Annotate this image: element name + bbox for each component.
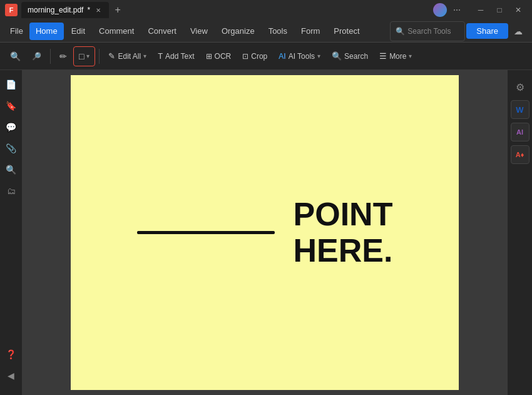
add-text-button[interactable]: T Add Text — [153, 46, 199, 66]
left-sidebar: 📄 🔖 💬 📎 🔍 🗂 ❓ ◀ — [0, 70, 23, 395]
zoom-out-button[interactable]: 🔎 — [27, 46, 46, 66]
menu-view[interactable]: View — [184, 23, 214, 40]
sidebar-collapse-icon[interactable]: ◀ — [2, 366, 21, 385]
shape-icon: □ — [79, 51, 84, 61]
separator-2 — [99, 49, 100, 64]
ai-tools-button[interactable]: AI AI Tools ▾ — [274, 46, 325, 66]
edit-all-button[interactable]: ✎ Edit All ▾ — [103, 46, 151, 66]
ai-tools-dropdown-icon: ▾ — [317, 53, 320, 59]
tab-close-button[interactable]: ✕ — [94, 6, 103, 14]
sidebar-layers-icon[interactable]: 🗂 — [2, 182, 21, 200]
titlebar-right: ⋯ ─ □ ✕ — [433, 3, 527, 17]
edit-all-dropdown-icon: ▾ — [143, 53, 146, 59]
document-text: POINT HERE. — [294, 197, 393, 268]
sidebar-comments-icon[interactable]: 💬 — [2, 118, 21, 136]
shape-dropdown-icon: ▾ — [86, 53, 90, 59]
document-area: POINT HERE. — [23, 70, 507, 395]
main-layout: 📄 🔖 💬 📎 🔍 🗂 ❓ ◀ POINT HERE. ⚙ W — [0, 70, 532, 395]
document-content: POINT HERE. — [110, 197, 420, 268]
zoom-in-button[interactable]: 🔍 — [5, 46, 26, 66]
separator-1 — [50, 49, 51, 64]
document-line — [137, 231, 275, 234]
highlight-icon: ✏ — [59, 51, 67, 61]
menubar: File Home Edit Comment Convert View Orga… — [0, 20, 532, 43]
app-logo: F — [5, 4, 18, 16]
crop-icon: ⊡ — [242, 52, 248, 61]
sidebar-bookmarks-icon[interactable]: 🔖 — [2, 96, 21, 115]
menu-protect[interactable]: Protect — [327, 23, 366, 40]
tab-area: morning_edit.pdf* ✕ + — [21, 2, 429, 18]
add-text-icon: T — [158, 51, 163, 61]
window-controls: ─ □ ✕ — [472, 3, 527, 17]
menu-form[interactable]: Form — [295, 23, 326, 40]
zoom-in-icon: 🔍 — [10, 51, 21, 61]
ai-icon: AI — [279, 52, 285, 61]
search-button[interactable]: 🔍 Search — [327, 46, 373, 66]
new-tab-button[interactable]: + — [110, 3, 125, 18]
more-options-button[interactable]: ⋯ — [452, 5, 462, 15]
shape-button[interactable]: □ ▾ — [73, 46, 95, 66]
right-acrobat-icon[interactable]: A♦ — [511, 145, 529, 164]
ocr-icon: ⊞ — [206, 52, 212, 61]
share-button[interactable]: Share — [466, 23, 508, 39]
active-tab[interactable]: morning_edit.pdf* ✕ — [21, 2, 109, 18]
close-window-button[interactable]: ✕ — [509, 3, 527, 17]
titlebar: F morning_edit.pdf* ✕ + ⋯ ─ □ ✕ — [0, 0, 532, 20]
menu-organize[interactable]: Organize — [215, 23, 261, 40]
right-ai-icon[interactable]: AI — [511, 123, 529, 141]
menu-convert[interactable]: Convert — [141, 23, 183, 40]
ocr-button[interactable]: ⊞ OCR — [201, 46, 237, 66]
document-page: POINT HERE. — [71, 75, 459, 390]
more-dropdown-icon: ▾ — [409, 53, 412, 59]
crop-button[interactable]: ⊡ Crop — [237, 46, 272, 66]
maximize-button[interactable]: □ — [491, 3, 508, 17]
menu-edit[interactable]: Edit — [65, 23, 91, 40]
minimize-button[interactable]: ─ — [472, 3, 489, 17]
user-avatar[interactable] — [433, 3, 447, 17]
menu-home[interactable]: Home — [29, 23, 64, 40]
right-settings-icon[interactable]: ⚙ — [511, 78, 529, 96]
more-button[interactable]: ☰ More ▾ — [374, 46, 417, 66]
menu-comment[interactable]: Comment — [93, 23, 140, 40]
more-icon: ☰ — [379, 51, 387, 61]
tab-filename: morning_edit.pdf — [28, 6, 83, 14]
right-word-icon[interactable]: W — [511, 100, 529, 119]
menu-file[interactable]: File — [5, 24, 28, 38]
sidebar-help-icon[interactable]: ❓ — [2, 345, 21, 364]
sidebar-pages-icon[interactable]: 📄 — [2, 75, 21, 94]
highlight-button[interactable]: ✏ — [54, 46, 72, 66]
sidebar-search-icon[interactable]: 🔍 — [2, 160, 21, 179]
right-sidebar: ⚙ W AI A♦ — [507, 70, 532, 395]
search-icon: 🔍 — [332, 51, 342, 61]
menu-tools[interactable]: Tools — [262, 23, 294, 40]
zoom-out-icon: 🔎 — [32, 52, 41, 61]
toolbar: 🔍 🔎 ✏ □ ▾ ✎ Edit All ▾ T Add Text ⊞ OCR … — [0, 43, 532, 70]
sidebar-attachments-icon[interactable]: 📎 — [2, 139, 21, 158]
search-tools-button[interactable]: 🔍 Search Tools — [390, 21, 465, 41]
edit-icon: ✎ — [108, 51, 115, 61]
cloud-button[interactable]: ☁ — [509, 23, 527, 40]
